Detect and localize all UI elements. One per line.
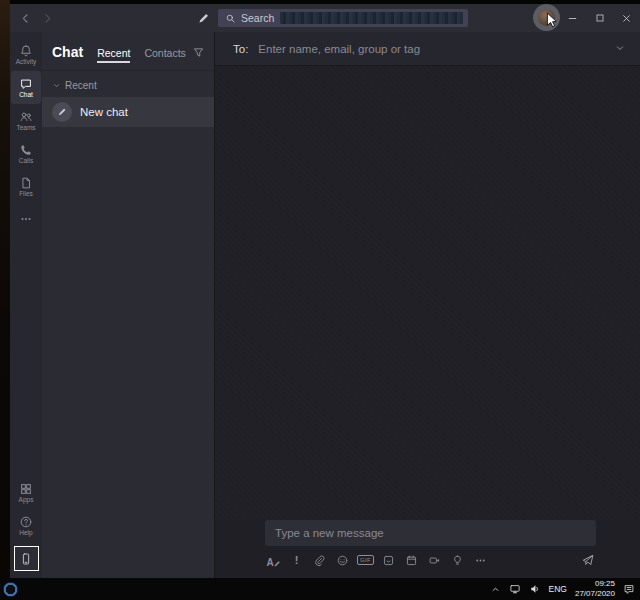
new-chat-avatar (52, 102, 72, 122)
search-redacted-text (280, 12, 463, 24)
search-icon (225, 13, 236, 24)
conversation-pane: To: Enter name, email, group or tag Type… (215, 32, 640, 578)
new-chat-button[interactable] (197, 4, 210, 32)
taskbar: ENG 09:25 27/07/2020 (0, 578, 640, 600)
taskbar-app-icon[interactable] (3, 582, 18, 597)
pencil-icon (57, 107, 67, 117)
video-camera-icon (428, 554, 441, 567)
monitor-icon (509, 583, 521, 595)
emoji-icon (336, 554, 349, 567)
ellipsis-icon (474, 554, 487, 567)
expand-to-button[interactable] (614, 40, 626, 58)
format-button[interactable]: A (265, 552, 282, 568)
system-tray: ENG 09:25 27/07/2020 (490, 579, 640, 600)
sidebar-item-more-apps[interactable] (11, 203, 41, 236)
chat-icon (19, 77, 33, 91)
minimize-button[interactable] (559, 4, 586, 32)
sidebar-item-chat[interactable]: Chat (11, 71, 41, 104)
back-button[interactable] (14, 4, 36, 32)
chevron-down-icon (614, 42, 626, 54)
window-body: Activity Chat Teams Calls Files (10, 32, 640, 578)
clock-time: 09:25 (575, 579, 615, 589)
sidebar-item-help[interactable]: Help (11, 509, 41, 542)
sidebar-item-calls[interactable]: Calls (11, 137, 41, 170)
filter-icon (192, 46, 205, 59)
schedule-meeting-button[interactable] (403, 552, 420, 568)
action-center-button[interactable] (623, 583, 635, 595)
compose-toolbar: A ! GIF (265, 552, 596, 568)
chevron-down-icon (52, 81, 61, 90)
desktop-wallpaper (0, 0, 10, 578)
list-item-new-chat[interactable]: New chat (42, 97, 214, 127)
filter-button[interactable] (192, 45, 205, 63)
desktop: Search (0, 0, 640, 600)
paperclip-icon (313, 554, 326, 567)
mouse-cursor (546, 12, 558, 28)
chat-panel-header: Chat Recent Contacts (42, 32, 214, 71)
sidebar-item-teams[interactable]: Teams (11, 104, 41, 137)
bell-icon (19, 44, 33, 58)
rail-bottom-section: Apps Help (11, 476, 41, 578)
importance-button[interactable]: ! (288, 552, 305, 568)
to-field[interactable]: To: Enter name, email, group or tag (215, 32, 640, 66)
notification-bubble-icon (623, 583, 635, 595)
sidebar-item-activity[interactable]: Activity (11, 38, 41, 71)
search-placeholder: Search (241, 12, 274, 24)
chevron-right-icon (41, 12, 54, 25)
forward-button[interactable] (36, 4, 58, 32)
close-icon (620, 12, 633, 25)
chat-item-name: New chat (80, 106, 128, 118)
speaker-icon (529, 583, 541, 595)
chat-list-panel: Chat Recent Contacts Recent New chat (42, 32, 215, 578)
chevron-left-icon (19, 12, 32, 25)
close-button[interactable] (613, 4, 640, 32)
help-icon (19, 515, 33, 529)
message-input[interactable]: Type a new message (265, 520, 596, 546)
pen-icon (273, 560, 281, 568)
tab-contacts[interactable]: Contacts (144, 47, 185, 61)
to-label: To: (233, 43, 248, 55)
teams-window: Search (10, 4, 640, 578)
recent-section-header[interactable]: Recent (42, 71, 214, 97)
taskbar-clock[interactable]: 09:25 27/07/2020 (575, 579, 615, 600)
mobile-phone-icon (19, 552, 33, 566)
mobile-app-button[interactable] (14, 546, 39, 571)
sidebar-item-apps[interactable]: Apps (11, 476, 41, 509)
emoji-button[interactable] (334, 552, 351, 568)
volume-tray-button[interactable] (529, 583, 541, 595)
files-icon (19, 176, 33, 190)
teams-icon (19, 110, 33, 124)
page-title: Chat (52, 44, 83, 60)
sticker-button[interactable] (380, 552, 397, 568)
meet-now-button[interactable] (426, 552, 443, 568)
minimize-icon (566, 12, 579, 25)
maximize-icon (594, 12, 606, 24)
phone-icon (19, 143, 33, 157)
title-bar: Search (10, 4, 640, 32)
search-bar[interactable]: Search (218, 9, 468, 27)
ellipsis-icon (19, 212, 33, 226)
sticker-icon (382, 554, 395, 567)
to-placeholder: Enter name, email, group or tag (258, 43, 420, 55)
clock-date: 27/07/2020 (575, 589, 615, 599)
chevron-up-icon (490, 584, 501, 595)
message-history-area (215, 66, 640, 520)
pencil-icon (197, 12, 210, 25)
attach-button[interactable] (311, 552, 328, 568)
giphy-button[interactable]: GIF (357, 552, 374, 568)
language-indicator[interactable]: ENG (549, 584, 567, 594)
gif-icon: GIF (357, 555, 374, 565)
message-input-placeholder: Type a new message (275, 527, 384, 539)
send-button[interactable] (579, 552, 596, 568)
apps-grid-icon (19, 482, 33, 496)
lightbulb-icon (451, 554, 464, 567)
network-tray-button[interactable] (509, 583, 521, 595)
maximize-button[interactable] (586, 4, 613, 32)
suggestions-button[interactable] (449, 552, 466, 568)
app-rail: Activity Chat Teams Calls Files (10, 32, 42, 578)
window-controls (559, 4, 640, 32)
show-hidden-icons-button[interactable] (490, 584, 501, 595)
sidebar-item-files[interactable]: Files (11, 170, 41, 203)
more-options-button[interactable] (472, 552, 489, 568)
tab-recent[interactable]: Recent (97, 47, 130, 63)
